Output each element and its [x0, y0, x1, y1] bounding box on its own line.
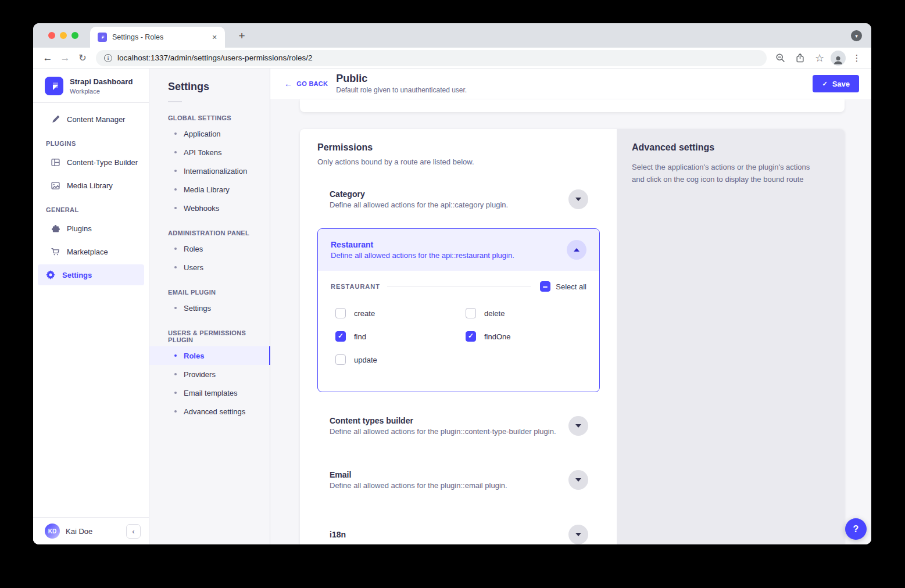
subnav-item-media-library[interactable]: Media Library — [149, 180, 270, 199]
sidebar-item-plugins[interactable]: Plugins — [38, 218, 144, 239]
subnav-item-label: Settings — [184, 304, 211, 313]
advanced-settings-panel: Advanced settings Select the application… — [617, 129, 845, 544]
accordion-title: Restaurant — [331, 240, 567, 249]
expand-email-button[interactable] — [568, 470, 588, 490]
chevron-up-icon — [574, 248, 580, 252]
subnav-item-label: Users — [184, 263, 203, 272]
subnav-item-label: Internationalization — [184, 167, 247, 175]
chevron-down-icon — [575, 198, 581, 201]
maximize-window-button[interactable] — [71, 32, 78, 39]
expand-category-button[interactable] — [568, 189, 588, 209]
tab-overflow-button[interactable] — [851, 30, 862, 41]
subnav-item-api-tokens[interactable]: API Tokens — [149, 143, 270, 162]
divider — [33, 102, 149, 103]
url-text: localhost:1337/admin/settings/users-perm… — [117, 53, 312, 62]
chevron-down-icon — [575, 533, 581, 536]
subnav-item-admin-roles[interactable]: Roles — [149, 239, 270, 258]
browser-toolbar: localhost:1337/admin/settings/users-perm… — [33, 48, 871, 69]
update-checkbox[interactable] — [335, 354, 346, 365]
bookmark-star-icon[interactable] — [811, 49, 828, 67]
checkbox-label: update — [354, 356, 377, 364]
delete-checkbox[interactable] — [466, 308, 476, 318]
bullet-icon — [174, 170, 177, 172]
subnav-item-application[interactable]: Application — [149, 124, 270, 143]
checkbox-label: create — [354, 309, 375, 318]
subnav-item-providers[interactable]: Providers — [149, 365, 270, 383]
sidebar-item-content-manager[interactable]: Content Manager — [38, 109, 144, 130]
sidebar-item-content-type-builder[interactable]: Content-Type Builder — [38, 152, 144, 173]
subnav-section-users-permissions-plugin: USERS & PERMISSIONS PLUGIN — [149, 317, 270, 346]
browser-menu-icon[interactable] — [848, 49, 865, 67]
help-button[interactable] — [845, 518, 867, 540]
permissions-layout: Permissions Only actions bound by a rout… — [300, 129, 845, 544]
workspace-subtitle: Workplace — [70, 88, 133, 95]
new-tab-button[interactable] — [234, 28, 249, 44]
subnav-item-internationalization[interactable]: Internationalization — [149, 162, 270, 180]
subnav-item-label: Webhooks — [184, 204, 219, 213]
back-button[interactable] — [39, 49, 56, 67]
restaurant-group-label: RESTAURANT — [331, 283, 380, 290]
page-header: GO BACK Public Default role given to una… — [270, 69, 871, 99]
subnav-item-email-settings[interactable]: Settings — [149, 299, 270, 317]
left-arrow-icon — [284, 80, 292, 88]
accordion-restaurant: Restaurant Define all allowed actions fo… — [317, 228, 600, 392]
sidebar-item-settings[interactable]: Settings — [38, 264, 144, 285]
advanced-settings-title: Advanced settings — [632, 142, 829, 153]
save-button[interactable]: ✓ Save — [813, 75, 859, 92]
accordion-title: Content types builder — [330, 416, 568, 425]
workspace-brand[interactable]: Strapi Dashboard Workplace — [33, 69, 149, 102]
strapi-logo — [45, 77, 63, 95]
accordion-subtitle: Define all allowed actions for the plugi… — [330, 481, 568, 490]
bullet-icon — [174, 132, 177, 135]
sidebar-item-marketplace[interactable]: Marketplace — [38, 241, 144, 262]
findone-checkbox[interactable] — [466, 331, 476, 342]
subnav-item-up-roles[interactable]: Roles — [149, 346, 270, 365]
browser-tab[interactable]: Settings - Roles — [90, 27, 225, 48]
subnav-item-label: Roles — [184, 245, 203, 253]
go-back-link[interactable]: GO BACK — [284, 80, 328, 88]
settings-subnav: Settings GLOBAL SETTINGS Application API… — [149, 69, 270, 544]
collapse-sidebar-button[interactable] — [126, 524, 141, 539]
forward-button[interactable] — [56, 49, 74, 67]
main-sidebar: Strapi Dashboard Workplace Content Manag… — [33, 69, 149, 544]
subnav-item-email-templates[interactable]: Email templates — [149, 383, 270, 402]
minimize-window-button[interactable] — [60, 32, 67, 39]
site-info-icon[interactable] — [104, 54, 112, 62]
accordion-title: Category — [330, 189, 568, 199]
sidebar-item-label: Content Manager — [67, 115, 125, 124]
sidebar-item-media-library[interactable]: Media Library — [38, 175, 144, 196]
find-checkbox[interactable] — [335, 331, 346, 342]
subnav-item-webhooks[interactable]: Webhooks — [149, 199, 270, 217]
collapse-restaurant-button[interactable] — [567, 240, 586, 260]
create-checkbox[interactable] — [335, 308, 346, 318]
sidebar-section-plugins: PLUGINS — [33, 131, 149, 150]
subnav-item-admin-users[interactable]: Users — [149, 258, 270, 277]
close-window-button[interactable] — [48, 32, 55, 39]
sidebar-item-label: Marketplace — [67, 248, 108, 256]
share-icon[interactable] — [791, 49, 809, 67]
pen-icon — [51, 115, 60, 124]
accordion-restaurant-header[interactable]: Restaurant Define all allowed actions fo… — [318, 229, 599, 271]
zoom-out-icon[interactable] — [771, 49, 789, 67]
check-icon: ✓ — [822, 80, 827, 88]
address-bar[interactable]: localhost:1337/admin/settings/users-perm… — [96, 50, 767, 66]
bullet-icon — [174, 207, 177, 209]
chevron-down-icon — [575, 424, 581, 428]
expand-content-types-builder-button[interactable] — [568, 416, 588, 436]
browser-profile-avatar[interactable] — [831, 51, 846, 66]
accordion-category: Category Define all allowed actions for … — [330, 189, 588, 209]
reload-button[interactable] — [74, 49, 91, 67]
subnav-item-advanced-settings[interactable]: Advanced settings — [149, 402, 270, 421]
select-all-checkbox[interactable] — [540, 281, 550, 292]
accordion-subtitle: Define all allowed actions for the api::… — [330, 200, 568, 209]
sidebar-item-label: Content-Type Builder — [67, 158, 138, 167]
user-avatar[interactable]: KD — [45, 524, 60, 539]
permissions-checkbox-grid: create delete find — [335, 308, 586, 365]
puzzle-icon — [51, 224, 60, 233]
subnav-item-label: Application — [184, 130, 221, 138]
browser-tab-strip: Settings - Roles — [33, 23, 871, 48]
bullet-icon — [174, 354, 177, 357]
expand-i18n-button[interactable] — [568, 525, 588, 544]
toolbar-actions — [771, 49, 865, 67]
tab-close-icon[interactable] — [210, 33, 219, 42]
